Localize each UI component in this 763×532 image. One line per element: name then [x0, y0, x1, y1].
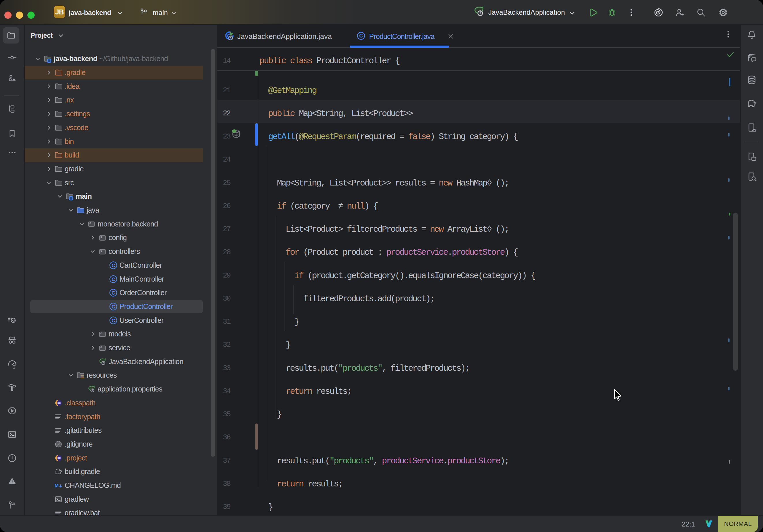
- svg-text:C: C: [112, 318, 115, 323]
- svg-text:C: C: [359, 33, 363, 39]
- svg-text:C: C: [112, 304, 115, 309]
- svg-text:C: C: [112, 276, 115, 282]
- svg-text:C: C: [112, 290, 115, 296]
- svg-text:M: M: [54, 483, 58, 488]
- svg-text:C: C: [112, 263, 115, 268]
